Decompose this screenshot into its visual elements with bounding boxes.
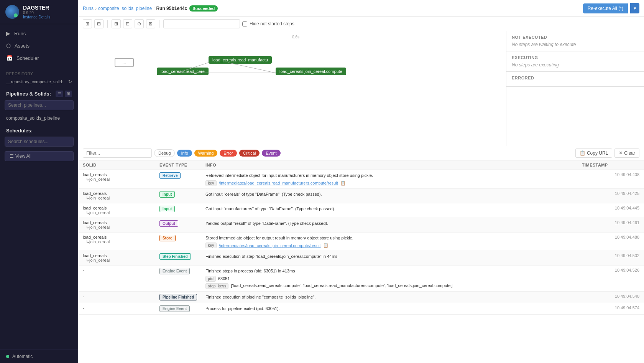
layout-btn3[interactable]: ⊙ [135, 19, 144, 28]
solid-name: load_cereals [83, 191, 159, 196]
solid-cell: load_cereals ↳join_cereal [83, 172, 159, 182]
step-keys-label: step_keys [205, 283, 228, 289]
zoom-out-btn[interactable]: ⊟ [94, 19, 104, 28]
re-execute-button[interactable]: Re-execute All (*) [583, 3, 628, 13]
pipeline-node-join-cereal[interactable]: load_cereals.join_cereal.compute [276, 68, 346, 75]
log-info-text: Finished execution of step "load_cereals… [205, 253, 582, 260]
repo-section-label: REPOSITORY [0, 67, 78, 78]
solid-name: - [83, 305, 159, 310]
log-info-button[interactable]: Info [177, 150, 192, 157]
solid-sub: ↳join_cereal [83, 239, 159, 244]
log-area: Debug Info Warning Error Critical Event … [78, 146, 644, 363]
info-cell: Finished steps in process (pid: 63051) i… [205, 268, 582, 289]
col-event-type: EVENT TYPE [159, 163, 205, 167]
sidebar: DAGSTER 0.9.20 Instance Details ▶ Runs ⬡… [0, 0, 78, 363]
info-cell: Retrieved intermediate object for input … [205, 172, 582, 186]
sidebar-item-runs-label: Runs [14, 31, 26, 36]
repo-name: __repository_composite_solid: [6, 79, 63, 84]
solid-cell: load_cereals ↳join_cereal [83, 220, 159, 230]
event-badge: Step Finished [159, 253, 191, 260]
layout-btn2[interactable]: ⊟ [123, 19, 132, 28]
log-table-header: SOLID EVENT TYPE INFO TIMESTAMP [78, 160, 644, 170]
log-info-text: Process for pipeline exited (pid: 63051)… [205, 305, 582, 312]
log-event-button[interactable]: Event [262, 150, 280, 157]
search-pipelines-input[interactable] [5, 100, 74, 110]
key-label: key [205, 180, 217, 186]
solid-name: - [83, 268, 159, 272]
key-link[interactable]: /intermediates/load_cereals.read_manufac… [219, 181, 338, 185]
info-cell: Got input "manufacturers" of type "DataF… [205, 206, 582, 212]
sidebar-pipeline-item[interactable]: composite_solids_pipeline [0, 113, 78, 123]
log-key-row: key /intermediates/load_cereals.read_man… [205, 180, 582, 186]
repo-refresh-icon[interactable]: ↻ [68, 79, 72, 84]
event-type-cell: Engine Event [159, 305, 205, 312]
log-row: load_cereals ↳join_cereal Input Got inpu… [78, 189, 644, 203]
key-link[interactable]: /intermediates/load_cereals.join_cereal.… [219, 243, 321, 248]
clear-label: Clear [624, 150, 635, 156]
sidebar-item-runs[interactable]: ▶ Runs [0, 27, 78, 40]
pipeline-list-btn[interactable]: ☰ [56, 91, 63, 97]
layout-btn1[interactable]: ⊞ [112, 19, 121, 28]
sidebar-item-scheduler[interactable]: 📅 Scheduler [0, 52, 78, 64]
hide-not-started-checkbox[interactable] [242, 21, 247, 26]
view-all-schedules-button[interactable]: ☰ View All [5, 151, 74, 161]
sidebar-item-assets[interactable]: ⬡ Assets [0, 40, 78, 52]
log-step-keys-row: step_keys ['load_cereals.read_cereals.co… [205, 283, 582, 289]
solid-name: load_cereals [83, 235, 159, 239]
canvas-svg [78, 31, 506, 146]
timestamp: 10:49:04.502 [582, 253, 639, 258]
key-label: key [205, 243, 217, 248]
pipeline-controls: ☰ ⊞ [56, 91, 72, 97]
timestamp: 10:49:04.461 [582, 220, 639, 225]
re-execute-dropdown-button[interactable]: ▾ [630, 3, 639, 13]
pipeline-grid-btn[interactable]: ⊞ [65, 91, 72, 97]
solid-sub: ↳join_cereal [83, 258, 159, 263]
solid-sub: ↳join_cereal [83, 177, 159, 182]
solid-cell: - [83, 294, 159, 299]
timestamp: 10:49:04.574 [582, 305, 639, 310]
toolbar-sep1 [107, 20, 108, 28]
log-row: load_cereals ↳join_cereal Step Finished … [78, 251, 644, 266]
executing-empty: No steps are executing [512, 62, 639, 68]
event-badge: Input [159, 206, 175, 212]
event-type-cell: Step Finished [159, 253, 205, 260]
sidebar-nav: ▶ Runs ⬡ Assets 📅 Scheduler [0, 24, 78, 67]
copy-url-label: Copy URL [587, 150, 608, 156]
assets-icon: ⬡ [6, 43, 11, 49]
log-filter-input[interactable] [83, 148, 152, 158]
sidebar-app-info: DAGSTER 0.9.20 Instance Details [23, 5, 50, 19]
log-debug-button[interactable]: Debug [154, 149, 175, 157]
zoom-in-btn[interactable]: ⊞ [83, 19, 92, 28]
pipeline-node-placeholder[interactable]: ... [115, 58, 134, 67]
layout-btn4[interactable]: ⊠ [146, 19, 155, 28]
key-copy-icon[interactable]: 📋 [323, 243, 329, 248]
schedules-header: Schedules: [0, 123, 78, 135]
topbar: Runs › composite_solids_pipeline : Run 9… [78, 0, 644, 17]
log-key-row: key /intermediates/load_cereals.join_cer… [205, 243, 582, 248]
event-type-cell: Pipeline Finished [159, 294, 205, 300]
sidebar-item-scheduler-label: Scheduler [16, 55, 39, 61]
log-error-button[interactable]: Error [220, 150, 237, 157]
schedules-title: Schedules: [6, 128, 33, 134]
search-schedules-input[interactable] [5, 137, 74, 147]
log-critical-button[interactable]: Critical [239, 150, 260, 157]
scheduler-icon: 📅 [6, 55, 13, 61]
pipeline-node-read-cere[interactable]: load_cereals.read_cere [157, 68, 209, 75]
instance-link[interactable]: Instance Details [23, 15, 50, 19]
pipeline-node-read-manufactu[interactable]: load_cereals.read_manufactu [209, 56, 272, 64]
solid-name: load_cereals [83, 253, 159, 258]
copy-url-button[interactable]: 📋 Copy URL [575, 148, 612, 158]
canvas-viewport: 0.6s ... load_cereals.read_manufactu loa… [78, 31, 506, 146]
log-warning-button[interactable]: Warning [194, 150, 218, 157]
clear-button[interactable]: ✕ Clear [614, 148, 639, 158]
log-info-text: Yielded output "result" of type "DataFra… [205, 220, 582, 227]
breadcrumb-pipeline[interactable]: composite_solids_pipeline [98, 6, 152, 11]
breadcrumb-runs[interactable]: Runs [83, 6, 94, 11]
graph-search-input[interactable] [163, 19, 240, 28]
breadcrumb-run: Run 95b1e44c [156, 6, 187, 11]
event-type-cell: Output [159, 220, 205, 227]
breadcrumb-colon: : [153, 6, 154, 11]
errored-section: ERRORED [506, 72, 644, 87]
solid-name: load_cereals [83, 206, 159, 210]
key-copy-icon[interactable]: 📋 [340, 181, 346, 186]
